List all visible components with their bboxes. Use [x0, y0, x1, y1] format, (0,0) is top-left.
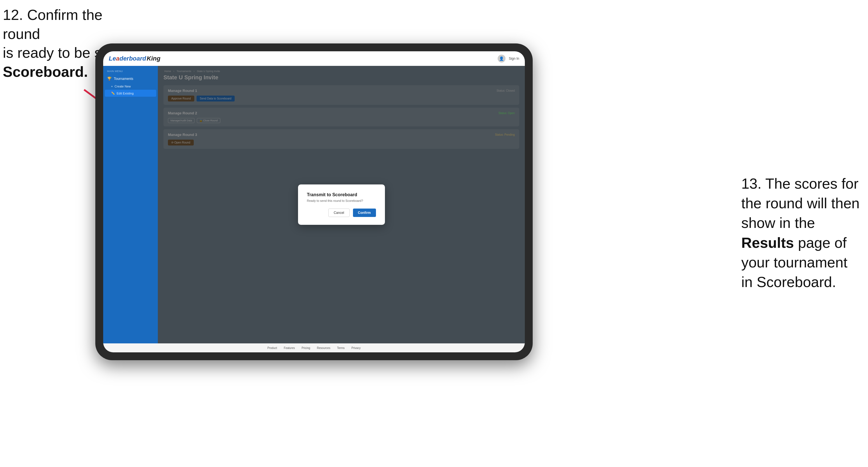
annotation-right: 13. The scores for the round will then s…: [741, 174, 860, 292]
footer-privacy[interactable]: Privacy: [351, 346, 361, 349]
transmit-modal: Transmit to Scoreboard Ready to send thi…: [298, 184, 385, 225]
sidebar-menu-label: MAIN MENU: [103, 70, 158, 74]
modal-overlay: Transmit to Scoreboard Ready to send thi…: [158, 66, 525, 343]
modal-subtitle: Ready to send this round to Scoreboard?: [307, 199, 376, 203]
footer-pricing[interactable]: Pricing: [302, 346, 310, 349]
avatar: 👤: [498, 55, 505, 63]
modal-cancel-button[interactable]: Cancel: [328, 209, 349, 217]
sidebar: MAIN MENU 🏆 Tournaments + Create New ✏️ …: [103, 66, 158, 343]
annotation-line1: 12. Confirm the round: [3, 7, 103, 42]
footer-product[interactable]: Product: [268, 346, 277, 349]
sidebar-edit-existing[interactable]: ✏️ Edit Existing: [105, 90, 156, 97]
plus-icon: +: [111, 85, 113, 88]
modal-title: Transmit to Scoreboard: [307, 192, 376, 197]
header-right: 👤 Sign In: [498, 55, 519, 63]
logo-part1: Le: [109, 55, 116, 62]
annotation-right-suffix: page of: [794, 235, 847, 251]
app-footer: Product Features Pricing Resources Terms…: [103, 343, 525, 352]
sidebar-item-tournaments[interactable]: 🏆 Tournaments: [103, 74, 158, 83]
modal-confirm-button[interactable]: Confirm: [353, 209, 376, 217]
logo: LeaderboardKing: [109, 55, 160, 62]
annotation-right-line6: in Scoreboard.: [741, 274, 836, 290]
trophy-icon: 🏆: [107, 76, 112, 81]
annotation-right-bold: Results: [741, 235, 794, 251]
footer-features[interactable]: Features: [284, 346, 294, 349]
sidebar-create-new[interactable]: + Create New: [103, 83, 158, 90]
logo-king-part: a: [116, 55, 119, 62]
footer-resources[interactable]: Resources: [317, 346, 330, 349]
create-new-label: Create New: [114, 85, 131, 88]
app-wrapper: LeaderboardKing 👤 Sign In MAIN MENU 🏆 To…: [103, 51, 525, 352]
logo-king: King: [147, 55, 160, 62]
app-main: MAIN MENU 🏆 Tournaments + Create New ✏️ …: [103, 66, 525, 343]
page-content: Home › Tournaments › State U Spring Invi…: [158, 66, 525, 343]
logo-part2: derboard: [119, 55, 146, 62]
tablet-screen: LeaderboardKing 👤 Sign In MAIN MENU 🏆 To…: [103, 51, 525, 352]
sign-in-button[interactable]: Sign In: [509, 57, 519, 61]
edit-existing-label: Edit Existing: [117, 92, 134, 95]
logo-text: LeaderboardKing: [109, 55, 160, 62]
annotation-right-line5: your tournament: [741, 254, 847, 271]
footer-terms[interactable]: Terms: [337, 346, 345, 349]
sidebar-tournaments-label: Tournaments: [114, 77, 133, 81]
annotation-right-line2: the round will then: [741, 195, 860, 211]
app-header: LeaderboardKing 👤 Sign In: [103, 51, 525, 66]
annotation-right-line3: show in the: [741, 215, 815, 231]
annotation-line3: Scoreboard.: [3, 64, 88, 80]
tablet-device: LeaderboardKing 👤 Sign In MAIN MENU 🏆 To…: [95, 43, 533, 360]
annotation-right-line1: 13. The scores for: [741, 176, 859, 192]
modal-actions: Cancel Confirm: [307, 209, 376, 217]
edit-icon: ✏️: [111, 91, 115, 95]
